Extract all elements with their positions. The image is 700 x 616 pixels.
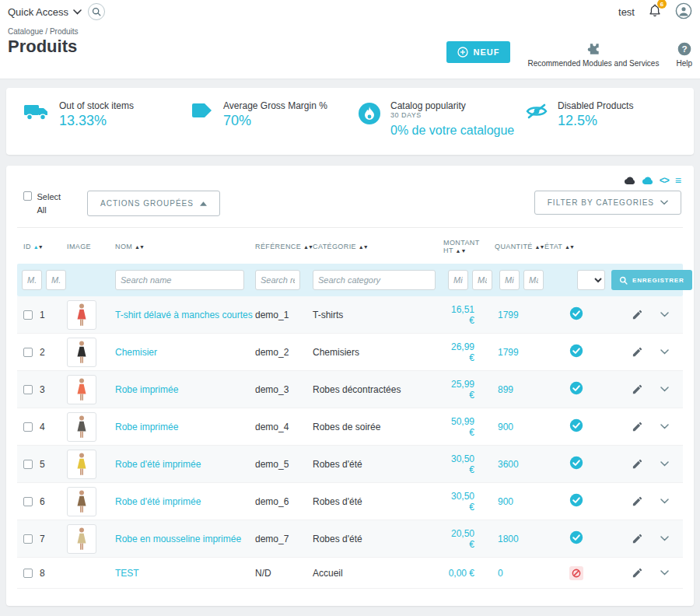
recommended-modules-link[interactable]: Recommended Modules and Services <box>527 41 659 68</box>
filter-by-categories-button[interactable]: FILTER BY CATEGORIES <box>534 191 681 215</box>
edit-pencil-icon[interactable] <box>632 309 643 320</box>
amount-min-input[interactable] <box>448 270 468 290</box>
product-name-link[interactable]: Robe imprimée <box>115 384 178 395</box>
status-active-icon[interactable] <box>569 387 583 397</box>
quantity-min-input[interactable] <box>499 270 520 290</box>
table-row: 2 Chemisier demo_2 Chemisiers 26,99 € 17… <box>17 334 683 371</box>
chevron-down-icon <box>73 9 82 15</box>
sort-icons[interactable]: ▲▼ <box>33 244 43 250</box>
row-checkbox[interactable] <box>23 460 33 469</box>
kpi-label: Average Gross Margin % <box>223 100 327 111</box>
column-header-category[interactable]: CATÉGORIE ▲▼ <box>313 243 443 250</box>
bulk-actions-button[interactable]: ACTIONS GROUPÉES <box>87 191 220 216</box>
column-header-state[interactable]: ÉTAT ▲▼ <box>544 243 611 250</box>
product-category: Robes de soirée <box>313 422 443 432</box>
product-reference: demo_3 <box>255 384 313 395</box>
sort-icons[interactable]: ▲▼ <box>303 244 313 250</box>
row-checkbox[interactable] <box>23 569 33 578</box>
column-header-name[interactable]: NOM ▲▼ <box>115 243 255 250</box>
sort-icons[interactable]: ▲ ▼ <box>456 248 466 254</box>
select-all-checkbox[interactable]: Select All <box>23 191 67 216</box>
row-checkbox[interactable] <box>23 422 33 432</box>
status-active-icon[interactable] <box>569 499 583 509</box>
product-name-link[interactable]: Robe d'été imprimée <box>115 496 201 507</box>
quantity-max-input[interactable] <box>523 270 544 290</box>
row-expand-chevron-icon[interactable] <box>660 536 669 541</box>
kpi-value: 13.33% <box>59 113 134 129</box>
product-reference: demo_1 <box>255 310 313 320</box>
notifications-bell-icon[interactable]: 6 <box>649 4 661 19</box>
row-expand-chevron-icon[interactable] <box>660 424 669 429</box>
sort-icons[interactable]: ▲▼ <box>135 244 144 250</box>
chevron-down-icon <box>660 200 668 205</box>
new-product-button[interactable]: NEUF <box>446 41 510 63</box>
avatar[interactable] <box>675 2 692 22</box>
status-disabled-icon[interactable] <box>569 566 583 580</box>
product-name-link[interactable]: TEST <box>115 568 139 579</box>
row-expand-chevron-icon[interactable] <box>660 387 669 392</box>
column-header-reference[interactable]: RÉFÉRENCE ▲▼ <box>255 243 313 250</box>
product-name-link[interactable]: Robe imprimée <box>115 422 178 432</box>
product-id: 8 <box>40 568 45 579</box>
import-icon[interactable] <box>642 175 653 186</box>
edit-pencil-icon[interactable] <box>632 533 643 544</box>
sort-icons[interactable]: ▲▼ <box>565 244 574 250</box>
sort-icons[interactable]: ▲▼ <box>359 244 368 250</box>
row-checkbox[interactable] <box>23 385 33 394</box>
edit-pencil-icon[interactable] <box>632 567 643 579</box>
product-name-link[interactable]: T-shirt délavé à manches courtes <box>115 310 253 320</box>
row-expand-chevron-icon[interactable] <box>660 461 669 467</box>
row-checkbox[interactable] <box>23 534 33 544</box>
product-name-link[interactable]: Chemisier <box>115 347 157 358</box>
row-checkbox[interactable] <box>23 348 33 357</box>
grid-options-icon[interactable]: ≡ <box>675 175 681 186</box>
search-reference-input[interactable] <box>255 270 300 290</box>
row-expand-chevron-icon[interactable] <box>660 570 669 576</box>
plus-circle-icon <box>457 47 468 58</box>
help-link[interactable]: ? Help <box>676 41 692 68</box>
product-category: Robes d'été <box>313 496 443 507</box>
status-active-icon[interactable] <box>569 424 583 435</box>
table-row: 1 T-shirt délavé à manches courtes demo_… <box>17 296 683 334</box>
search-category-input[interactable] <box>313 270 436 290</box>
product-reference: demo_2 <box>255 347 313 358</box>
row-expand-chevron-icon[interactable] <box>660 312 669 317</box>
sort-icons[interactable]: ▲▼ <box>535 244 544 250</box>
table-row: 6 Robe d'été imprimée demo_6 Robes d'été… <box>17 483 683 520</box>
search-name-input[interactable] <box>115 270 244 290</box>
edit-pencil-icon[interactable] <box>632 383 643 395</box>
row-checkbox[interactable] <box>23 497 33 506</box>
row-checkbox[interactable] <box>23 310 33 320</box>
id-max-input[interactable] <box>46 270 66 290</box>
edit-pencil-icon[interactable] <box>632 458 643 470</box>
id-min-input[interactable] <box>22 270 42 290</box>
column-header-amount[interactable]: MONTANT HT ▲ ▼ <box>443 239 495 254</box>
status-active-icon[interactable] <box>569 349 583 360</box>
table-filter-row: ENREGISTRER <box>17 264 683 296</box>
product-category: Robes d'été <box>313 534 443 544</box>
search-icon[interactable] <box>88 3 105 20</box>
column-header-id[interactable]: ID ▲▼ <box>17 243 67 250</box>
product-name-link[interactable]: Robe d'été imprimée <box>115 459 201 470</box>
edit-pencil-icon[interactable] <box>632 346 643 358</box>
status-active-icon[interactable] <box>569 461 583 472</box>
kpi-catalog-popularity: Catalog popularity 30 DAYS 0% de votre c… <box>350 100 517 138</box>
product-name-link[interactable]: Robe en mousseline imprimée <box>115 534 241 544</box>
select-all-input[interactable] <box>23 191 32 201</box>
status-active-icon[interactable] <box>569 536 583 547</box>
column-header-quantity[interactable]: QUANTITÉ ▲▼ <box>495 243 544 250</box>
username[interactable]: test <box>618 6 635 18</box>
export-icon[interactable] <box>624 175 635 186</box>
row-expand-chevron-icon[interactable] <box>660 499 669 504</box>
top-navbar: Quick Access test 6 <box>0 0 700 23</box>
edit-pencil-icon[interactable] <box>632 421 643 432</box>
sql-query-icon[interactable]: <> <box>660 175 669 186</box>
status-active-icon[interactable] <box>569 312 583 323</box>
edit-pencil-icon[interactable] <box>632 495 643 507</box>
quick-access-menu[interactable]: Quick Access <box>8 6 82 18</box>
state-filter-select[interactable] <box>577 270 605 290</box>
search-submit-button[interactable]: ENREGISTRER <box>611 270 692 290</box>
amount-max-input[interactable] <box>472 270 492 290</box>
product-quantity: 899 <box>495 384 544 395</box>
row-expand-chevron-icon[interactable] <box>660 349 669 355</box>
